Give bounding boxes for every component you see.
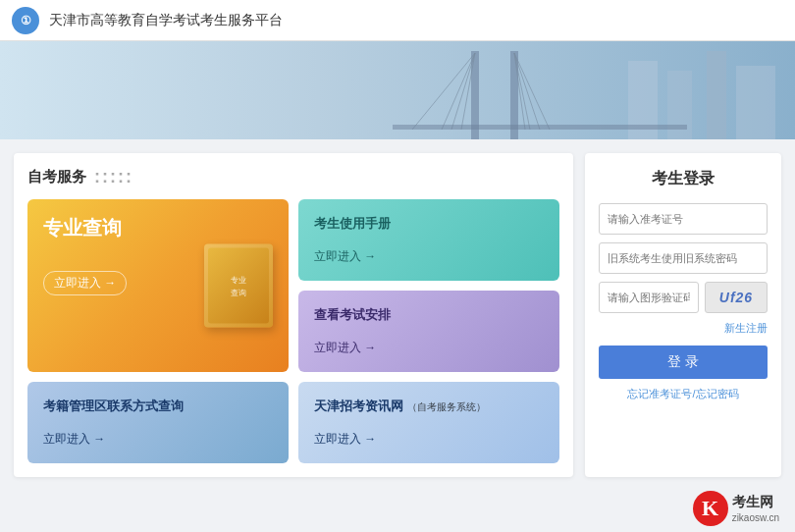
- card-professional: 专业查询 立即进入 → 专业 查询: [27, 199, 289, 372]
- login-button[interactable]: 登 录: [599, 346, 768, 379]
- main-content: 自考服务 ::::: 专业查询 立即进入 → 专业 查询 考生使用手册: [0, 139, 795, 487]
- header-title: 天津市高等教育自学考试考生服务平台: [49, 12, 283, 29]
- login-panel: 考生登录 Uf26 新生注册 登 录 忘记准考证号/忘记密码: [585, 153, 781, 477]
- logo-main: 考生网: [732, 493, 779, 510]
- banner: [0, 41, 795, 139]
- card-schedule: 查看考试安排 立即进入 →: [298, 291, 559, 372]
- left-panel: 自考服务 ::::: 专业查询 立即进入 → 专业 查询 考生使用手册: [14, 153, 573, 477]
- card-manual: 考生使用手册 立即进入 →: [298, 199, 559, 281]
- card-schedule-btn[interactable]: 立即进入 →: [314, 340, 376, 356]
- id-input[interactable]: [599, 203, 768, 235]
- login-title: 考生登录: [599, 169, 768, 189]
- card-professional-deco: 专业 查询: [204, 244, 273, 328]
- password-input[interactable]: [599, 242, 768, 274]
- section-dots: :::::: [94, 167, 133, 187]
- svg-rect-13: [707, 51, 726, 139]
- card-registration: 考籍管理区联系方式查询 立即进入 →: [27, 382, 289, 463]
- svg-rect-14: [736, 66, 775, 139]
- svg-rect-15: [393, 125, 687, 130]
- card-tianjin: 天津招考资讯网 （自考服务系统） 立即进入 →: [298, 382, 559, 463]
- logo-circle: K: [693, 491, 728, 526]
- card-tianjin-subtitle: （自考服务系统）: [407, 400, 486, 414]
- card-tianjin-btn[interactable]: 立即进入 →: [314, 431, 376, 448]
- card-schedule-title: 查看考试安排: [314, 306, 544, 324]
- header-logo: ①: [12, 7, 39, 34]
- card-manual-title: 考生使用手册: [314, 215, 544, 233]
- logo-sub: zikaosw.cn: [732, 511, 779, 524]
- section-title: 自考服务 :::::: [27, 167, 559, 187]
- right-cards-col: 考生使用手册 立即进入 → 查看考试安排 立即进入 →: [298, 199, 559, 372]
- service-grid: 专业查询 立即进入 → 专业 查询 考生使用手册 立即进入 →: [27, 199, 559, 463]
- logo-k-letter: K: [702, 496, 718, 521]
- card-professional-btn[interactable]: 立即进入 →: [43, 271, 127, 295]
- logo-text-block: 考生网 zikaosw.cn: [732, 493, 779, 523]
- card-manual-btn[interactable]: 立即进入 →: [314, 248, 376, 265]
- card-registration-btn[interactable]: 立即进入 →: [43, 431, 105, 448]
- captcha-image[interactable]: Uf26: [705, 282, 768, 313]
- forgot-link[interactable]: 忘记准考证号/忘记密码: [599, 387, 768, 401]
- footer-logo: K 考生网 zikaosw.cn: [693, 491, 779, 526]
- header: ① 天津市高等教育自学考试考生服务平台: [0, 0, 795, 41]
- register-link[interactable]: 新生注册: [599, 321, 768, 336]
- captcha-input[interactable]: [599, 282, 699, 313]
- card-professional-title: 专业查询: [43, 215, 273, 241]
- card-tianjin-title: 天津招考资讯网: [314, 398, 403, 415]
- card-registration-title: 考籍管理区联系方式查询: [43, 398, 273, 415]
- captcha-row: Uf26: [599, 282, 768, 313]
